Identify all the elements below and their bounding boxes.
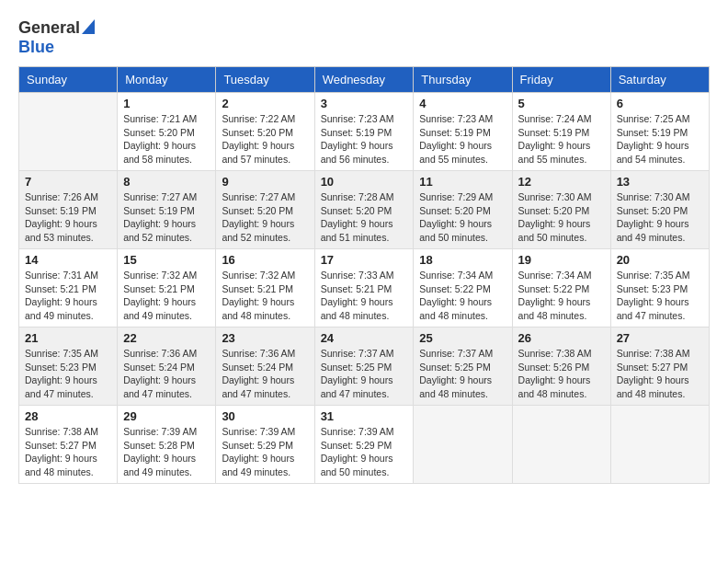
calendar-day-cell: 23Sunrise: 7:36 AMSunset: 5:24 PMDayligh… (216, 327, 314, 406)
calendar-day-cell: 19Sunrise: 7:34 AMSunset: 5:22 PMDayligh… (512, 249, 610, 327)
calendar-day-cell: 17Sunrise: 7:33 AMSunset: 5:21 PMDayligh… (314, 249, 414, 327)
day-info: Sunrise: 7:39 AMSunset: 5:29 PMDaylight:… (222, 425, 308, 479)
calendar-day-cell (610, 406, 709, 484)
calendar-day-cell: 6Sunrise: 7:25 AMSunset: 5:19 PMDaylight… (610, 93, 709, 171)
day-number: 16 (222, 253, 308, 267)
day-info: Sunrise: 7:36 AMSunset: 5:24 PMDaylight:… (222, 347, 308, 401)
day-number: 13 (617, 175, 703, 189)
calendar-day-cell: 12Sunrise: 7:30 AMSunset: 5:20 PMDayligh… (512, 171, 610, 249)
day-info: Sunrise: 7:30 AMSunset: 5:20 PMDaylight:… (518, 190, 605, 245)
day-number: 12 (518, 175, 605, 189)
weekday-header: Friday (512, 67, 610, 93)
day-number: 31 (321, 409, 408, 423)
day-info: Sunrise: 7:23 AMSunset: 5:19 PMDaylight:… (419, 112, 506, 167)
day-number: 10 (321, 175, 408, 189)
calendar-week-row: 21Sunrise: 7:35 AMSunset: 5:23 PMDayligh… (19, 327, 710, 406)
weekday-header: Monday (118, 67, 216, 93)
day-number: 27 (617, 331, 703, 345)
logo-general-text: General (18, 18, 80, 38)
calendar-day-cell: 21Sunrise: 7:35 AMSunset: 5:23 PMDayligh… (19, 327, 118, 406)
day-info: Sunrise: 7:29 AMSunset: 5:20 PMDaylight:… (419, 190, 506, 245)
day-number: 30 (222, 409, 308, 423)
day-info: Sunrise: 7:33 AMSunset: 5:21 PMDaylight:… (321, 269, 408, 323)
day-info: Sunrise: 7:22 AMSunset: 5:20 PMDaylight:… (222, 112, 308, 167)
day-number: 25 (419, 331, 506, 345)
day-number: 24 (321, 331, 408, 345)
calendar-day-cell: 13Sunrise: 7:30 AMSunset: 5:20 PMDayligh… (610, 171, 709, 249)
logo-blue-text: Blue (18, 38, 54, 56)
day-number: 2 (222, 97, 308, 110)
weekday-header: Thursday (414, 67, 512, 93)
day-number: 1 (123, 97, 210, 110)
day-info: Sunrise: 7:38 AMSunset: 5:27 PMDaylight:… (25, 425, 111, 479)
day-number: 20 (617, 253, 703, 267)
calendar-day-cell: 10Sunrise: 7:28 AMSunset: 5:20 PMDayligh… (314, 171, 414, 249)
day-info: Sunrise: 7:37 AMSunset: 5:25 PMDaylight:… (419, 347, 506, 401)
day-info: Sunrise: 7:25 AMSunset: 5:19 PMDaylight:… (617, 112, 703, 167)
day-info: Sunrise: 7:35 AMSunset: 5:23 PMDaylight:… (617, 269, 703, 323)
day-info: Sunrise: 7:38 AMSunset: 5:27 PMDaylight:… (617, 347, 703, 401)
weekday-header: Saturday (610, 67, 709, 93)
day-info: Sunrise: 7:39 AMSunset: 5:28 PMDaylight:… (123, 425, 210, 479)
day-info: Sunrise: 7:21 AMSunset: 5:20 PMDaylight:… (123, 112, 210, 167)
day-info: Sunrise: 7:38 AMSunset: 5:26 PMDaylight:… (518, 347, 605, 401)
day-info: Sunrise: 7:24 AMSunset: 5:19 PMDaylight:… (518, 112, 605, 167)
day-info: Sunrise: 7:28 AMSunset: 5:20 PMDaylight:… (321, 190, 408, 245)
day-number: 4 (419, 97, 506, 110)
calendar-day-cell: 27Sunrise: 7:38 AMSunset: 5:27 PMDayligh… (610, 327, 709, 406)
page-header: General Blue (18, 18, 710, 57)
calendar-day-cell: 24Sunrise: 7:37 AMSunset: 5:25 PMDayligh… (314, 327, 414, 406)
weekday-header: Sunday (19, 67, 118, 93)
calendar-day-cell (414, 406, 512, 484)
calendar-day-cell: 2Sunrise: 7:22 AMSunset: 5:20 PMDaylight… (216, 93, 314, 171)
day-number: 18 (419, 253, 506, 267)
day-number: 26 (518, 331, 605, 345)
day-number: 29 (123, 409, 210, 423)
day-info: Sunrise: 7:30 AMSunset: 5:20 PMDaylight:… (617, 190, 703, 245)
calendar-day-cell: 26Sunrise: 7:38 AMSunset: 5:26 PMDayligh… (512, 327, 610, 406)
calendar-day-cell: 9Sunrise: 7:27 AMSunset: 5:20 PMDaylight… (216, 171, 314, 249)
calendar-week-row: 1Sunrise: 7:21 AMSunset: 5:20 PMDaylight… (19, 93, 710, 171)
day-number: 21 (25, 331, 111, 345)
day-number: 5 (518, 97, 605, 110)
day-number: 28 (25, 409, 111, 423)
calendar-day-cell: 28Sunrise: 7:38 AMSunset: 5:27 PMDayligh… (19, 406, 118, 484)
calendar-day-cell: 30Sunrise: 7:39 AMSunset: 5:29 PMDayligh… (216, 406, 314, 484)
calendar-day-cell: 31Sunrise: 7:39 AMSunset: 5:29 PMDayligh… (314, 406, 414, 484)
day-number: 6 (617, 97, 703, 110)
day-number: 17 (321, 253, 408, 267)
calendar-day-cell: 14Sunrise: 7:31 AMSunset: 5:21 PMDayligh… (19, 249, 118, 327)
day-number: 8 (123, 175, 210, 189)
calendar-day-cell: 25Sunrise: 7:37 AMSunset: 5:25 PMDayligh… (414, 327, 512, 406)
day-number: 22 (123, 331, 210, 345)
day-info: Sunrise: 7:31 AMSunset: 5:21 PMDaylight:… (25, 269, 111, 323)
day-info: Sunrise: 7:32 AMSunset: 5:21 PMDaylight:… (222, 269, 308, 323)
calendar-day-cell: 22Sunrise: 7:36 AMSunset: 5:24 PMDayligh… (118, 327, 216, 406)
calendar-week-row: 14Sunrise: 7:31 AMSunset: 5:21 PMDayligh… (19, 249, 710, 327)
calendar-day-cell: 20Sunrise: 7:35 AMSunset: 5:23 PMDayligh… (610, 249, 709, 327)
day-info: Sunrise: 7:32 AMSunset: 5:21 PMDaylight:… (123, 269, 210, 323)
calendar-day-cell: 5Sunrise: 7:24 AMSunset: 5:19 PMDaylight… (512, 93, 610, 171)
weekday-header: Wednesday (314, 67, 414, 93)
day-number: 11 (419, 175, 506, 189)
calendar-day-cell: 1Sunrise: 7:21 AMSunset: 5:20 PMDaylight… (118, 93, 216, 171)
calendar-table: SundayMondayTuesdayWednesdayThursdayFrid… (18, 66, 710, 484)
calendar-day-cell (19, 93, 118, 171)
calendar-day-cell: 3Sunrise: 7:23 AMSunset: 5:19 PMDaylight… (314, 93, 414, 171)
day-info: Sunrise: 7:23 AMSunset: 5:19 PMDaylight:… (321, 112, 408, 167)
day-number: 3 (321, 97, 408, 110)
calendar-day-cell: 15Sunrise: 7:32 AMSunset: 5:21 PMDayligh… (118, 249, 216, 327)
calendar-day-cell: 7Sunrise: 7:26 AMSunset: 5:19 PMDaylight… (19, 171, 118, 249)
calendar-day-cell: 4Sunrise: 7:23 AMSunset: 5:19 PMDaylight… (414, 93, 512, 171)
day-number: 7 (25, 175, 111, 189)
day-info: Sunrise: 7:36 AMSunset: 5:24 PMDaylight:… (123, 347, 210, 401)
day-info: Sunrise: 7:34 AMSunset: 5:22 PMDaylight:… (419, 269, 506, 323)
calendar-day-cell: 11Sunrise: 7:29 AMSunset: 5:20 PMDayligh… (414, 171, 512, 249)
day-info: Sunrise: 7:26 AMSunset: 5:19 PMDaylight:… (25, 190, 111, 245)
weekday-header: Tuesday (216, 67, 314, 93)
day-info: Sunrise: 7:27 AMSunset: 5:19 PMDaylight:… (123, 190, 210, 245)
calendar-day-cell (512, 406, 610, 484)
day-info: Sunrise: 7:27 AMSunset: 5:20 PMDaylight:… (222, 190, 308, 245)
day-info: Sunrise: 7:34 AMSunset: 5:22 PMDaylight:… (518, 269, 605, 323)
day-number: 19 (518, 253, 605, 267)
